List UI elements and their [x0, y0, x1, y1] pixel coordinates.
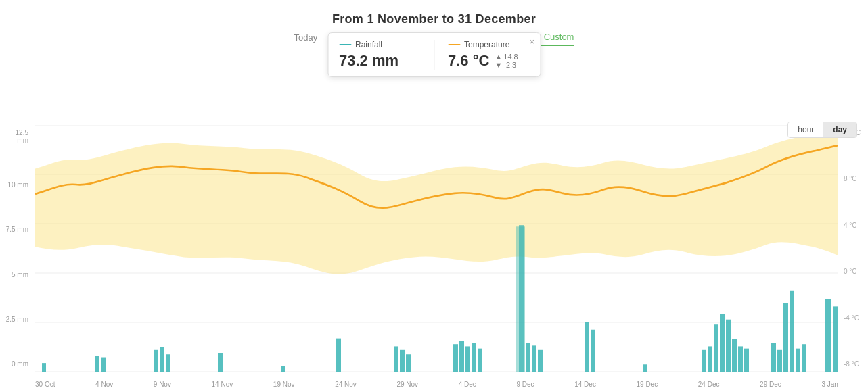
- temperature-range: ▲ 14.8 ▼ -2.3: [495, 53, 518, 69]
- bar-4dec: [453, 344, 458, 372]
- bar-4dec-5: [478, 349, 482, 372]
- bar-4dec-3: [465, 346, 470, 372]
- bar-29dec: [771, 343, 776, 372]
- y-label-4: 2.5 mm: [3, 316, 32, 323]
- x-label-14nov: 14 Nov: [212, 381, 233, 388]
- hour-toggle-btn[interactable]: hour: [788, 122, 823, 137]
- bar-29dec-3: [783, 303, 788, 372]
- bar-3jan-2: [833, 306, 838, 372]
- tooltip-card: × Rainfall 73.2 mm Temperature 7.6 °C ▲ …: [327, 32, 541, 77]
- bar-9nov-3: [166, 354, 170, 372]
- bar-29dec-2: [777, 350, 782, 372]
- bar-9nov-2: [160, 347, 164, 372]
- bar-24dec-8: [744, 349, 749, 372]
- y-label-1: 10 mm: [3, 181, 32, 189]
- rainfall-value: 73.2 mm: [339, 52, 420, 70]
- temperature-line-icon: [448, 44, 460, 45]
- y-label-5: 0 mm: [3, 360, 32, 368]
- main-chart: [35, 125, 838, 372]
- bar-29nov-2: [400, 350, 405, 372]
- x-label-4nov: 4 Nov: [95, 381, 113, 388]
- x-label-24nov: 24 Nov: [335, 381, 357, 388]
- chart-title: From 1 November to 31 December: [0, 0, 868, 26]
- bar-29dec-6: [802, 344, 806, 372]
- view-toggle: hour day: [787, 122, 857, 138]
- x-label-19dec: 19 Dec: [637, 381, 658, 388]
- x-axis: 30 Oct 4 Nov 9 Nov 14 Nov 19 Nov 24 Nov …: [35, 381, 838, 388]
- y-right-1: 8 °C: [841, 175, 865, 182]
- bar-29nov: [394, 346, 398, 372]
- bar-24dec-7: [738, 346, 743, 372]
- x-label-14dec: 14 Dec: [574, 381, 596, 388]
- bar-9dec-main: [519, 225, 524, 372]
- y-right-4: -4 °C: [841, 314, 865, 322]
- filter-today[interactable]: Today: [294, 32, 318, 45]
- x-label-29dec: 29 Dec: [760, 381, 781, 388]
- bar-29dec-4: [790, 291, 794, 372]
- bar-24nov: [336, 339, 341, 372]
- x-label-29nov: 29 Nov: [396, 381, 418, 388]
- y-axis-right: 12 °C 8 °C 4 °C 0 °C -4 °C -8 °C: [838, 125, 868, 372]
- bar-29dec-5: [796, 349, 800, 372]
- day-toggle-btn[interactable]: day: [823, 122, 856, 137]
- temp-low: ▼ -2.3: [495, 61, 518, 69]
- temperature-section: Temperature 7.6 °C ▲ 14.8 ▼ -2.3: [448, 40, 529, 70]
- bar-3jan: [825, 299, 831, 372]
- rainfall-label: Rainfall: [339, 40, 420, 49]
- y-label-2: 7.5 mm: [3, 226, 32, 233]
- x-label-3jan: 3 Jan: [821, 381, 838, 388]
- bar-24dec: [702, 350, 706, 372]
- bar-9dec-2: [526, 343, 530, 372]
- bar-9nov: [154, 350, 158, 372]
- y-right-5: -8 °C: [841, 360, 865, 368]
- x-label-19nov: 19 Nov: [273, 381, 295, 388]
- rainfall-section: Rainfall 73.2 mm: [339, 40, 420, 70]
- temp-high: ▲ 14.8: [495, 53, 518, 61]
- bar-19nov: [281, 366, 285, 372]
- bar-4nov: [95, 356, 99, 372]
- bar-4dec-4: [472, 343, 476, 372]
- close-icon[interactable]: ×: [529, 37, 534, 46]
- bar-19dec: [643, 364, 647, 372]
- x-label-9dec: 9 Dec: [516, 381, 534, 388]
- tooltip-divider: [434, 40, 434, 70]
- x-label-24dec: 24 Dec: [698, 381, 720, 388]
- bar-24dec-6: [732, 339, 737, 372]
- y-label-3: 5 mm: [3, 271, 32, 278]
- x-label-9nov: 9 Nov: [154, 381, 171, 388]
- bar-30oct: [42, 363, 46, 372]
- bar-24dec-3: [714, 324, 718, 372]
- y-right-3: 0 °C: [841, 268, 865, 275]
- filter-custom[interactable]: ✏ Custom: [535, 32, 574, 46]
- rainfall-line-icon: [339, 44, 351, 45]
- bar-14dec-2: [591, 330, 595, 372]
- y-label-0: 12.5 mm: [3, 129, 32, 144]
- chart-container: From 1 November to 31 December × Rainfal…: [0, 0, 868, 392]
- x-label-4dec: 4 Dec: [459, 381, 476, 388]
- bar-4nov-2: [101, 358, 106, 372]
- temperature-value: 7.6 °C: [448, 52, 489, 70]
- y-right-2: 4 °C: [841, 222, 865, 229]
- y-axis-left: 12.5 mm 10 mm 7.5 mm 5 mm 2.5 mm 0 mm: [0, 125, 35, 372]
- bar-24dec-5: [726, 320, 731, 372]
- bar-9dec-4: [538, 350, 543, 372]
- bar-29nov-3: [406, 354, 411, 372]
- bar-24dec-2: [708, 346, 712, 372]
- bar-24dec-4: [720, 314, 725, 372]
- bar-14dec: [585, 322, 589, 372]
- bar-9dec-3: [532, 345, 536, 372]
- bar-4dec-2: [459, 341, 464, 372]
- bar-14nov: [218, 353, 223, 372]
- x-label-30oct: 30 Oct: [35, 381, 55, 388]
- temperature-band: [35, 129, 838, 274]
- temperature-label: Temperature: [448, 40, 529, 49]
